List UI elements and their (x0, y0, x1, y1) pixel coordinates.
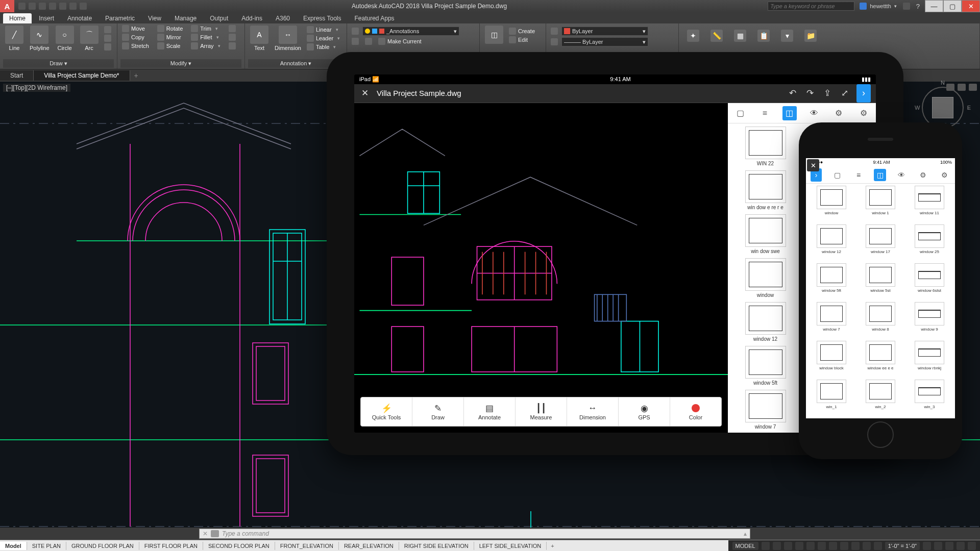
layout-right[interactable]: RIGHT SIDE ELEVATION (399, 542, 474, 550)
edit-block-button[interactable]: Edit (507, 36, 536, 44)
qat-open-icon[interactable] (29, 3, 36, 10)
tab-insert[interactable]: Insert (33, 13, 60, 23)
viewport-label[interactable]: [–][Top][2D Wireframe] (3, 84, 70, 92)
status-lwt-icon[interactable] (840, 542, 848, 550)
ipad-settings-icon[interactable]: ⚙ (856, 106, 871, 120)
panel-modify-label[interactable]: Modify ▾ (120, 59, 241, 68)
doctab-add[interactable]: + (130, 71, 142, 80)
status-model[interactable]: MODEL (732, 542, 758, 550)
clipboard-button[interactable]: 📋 (755, 29, 772, 44)
mirror-button[interactable]: Mirror (156, 33, 184, 41)
command-input[interactable]: ✕ Type a command ▴ (199, 529, 750, 539)
status-custom-icon[interactable] (968, 542, 976, 550)
ipad-color[interactable]: Color (670, 397, 721, 426)
block-item[interactable]: window 5st (857, 263, 904, 300)
status-snap-icon[interactable] (773, 542, 781, 550)
ipad-canvas[interactable]: ⚡Quick Tools ✎Draw ▤Annotate ┃┃Measure ↔… (354, 103, 728, 433)
ipad-layouts-icon[interactable]: ▢ (733, 106, 747, 120)
line-button[interactable]: ╱Line (3, 24, 26, 52)
ipad-gps[interactable]: ◉GPS (619, 397, 670, 426)
trim-button[interactable]: Trim (189, 24, 222, 33)
qat-redo-icon[interactable] (80, 3, 87, 10)
tab-view[interactable]: View (142, 13, 167, 23)
status-ortho-icon[interactable] (784, 542, 792, 550)
layer-prop-button[interactable] (350, 27, 360, 35)
iphone-blocks-icon[interactable]: ◫ (874, 169, 886, 181)
layer-off-button[interactable] (363, 37, 374, 45)
qat-new-icon[interactable] (18, 3, 26, 10)
close-button[interactable]: ✕ (962, 0, 980, 12)
block-item[interactable]: window (808, 186, 855, 222)
block-item[interactable]: window 1 (857, 186, 904, 222)
status-polar-icon[interactable] (795, 542, 803, 550)
status-clean-icon[interactable] (957, 542, 965, 550)
arc-button[interactable]: ⌒Arc (78, 24, 101, 52)
qat-undo-icon[interactable] (69, 3, 77, 10)
stretch-button[interactable]: Stretch (120, 42, 151, 50)
block-item[interactable]: window 12 (731, 302, 800, 342)
ipad-settings2-icon[interactable]: ⚙ (831, 106, 846, 120)
tab-parametric[interactable]: Parametric (99, 13, 141, 23)
array-button[interactable]: Array (189, 42, 222, 50)
block-item[interactable]: window 7 (731, 390, 800, 430)
make-current-button[interactable]: Make Current (377, 37, 423, 45)
maximize-button[interactable]: ▢ (943, 0, 962, 12)
block-item[interactable]: window rbnkj (906, 341, 953, 378)
block-item[interactable]: window ee e e (857, 341, 904, 378)
tab-output[interactable]: Output (204, 13, 234, 23)
vp-min-icon[interactable] (946, 84, 954, 91)
create-block-button[interactable]: Create (507, 27, 536, 35)
panel-draw-label[interactable]: Draw ▾ (3, 59, 114, 68)
cmd-close-icon[interactable]: ✕ (203, 530, 208, 537)
rotate-button[interactable]: Rotate (156, 24, 184, 33)
layout-left[interactable]: LEFT SIDE_ELEVATION (474, 542, 547, 550)
status-gear-icon[interactable] (923, 542, 931, 550)
tab-a360[interactable]: A360 (270, 13, 296, 23)
status-otrack-icon[interactable] (829, 542, 837, 550)
iphone-layers-icon[interactable]: ≡ (852, 169, 865, 181)
layout-ground[interactable]: GROUND FLOOR PLAN (66, 542, 139, 550)
ipad-view-icon[interactable]: 👁 (807, 106, 821, 120)
ipad-measure[interactable]: ┃┃Measure (516, 397, 567, 426)
text-button[interactable]: AText (248, 24, 271, 52)
ipad-expand-icon[interactable]: ⤢ (839, 88, 850, 99)
layout-rear[interactable]: REAR_ELEVATION (339, 542, 399, 550)
status-osnap-icon[interactable] (806, 542, 815, 550)
tab-addins[interactable]: Add-ins (235, 13, 268, 23)
iphone-settings-icon[interactable]: ⚙ (938, 169, 950, 181)
qat-plot-icon[interactable] (59, 3, 66, 10)
ipad-draw[interactable]: ✎Draw (412, 397, 464, 426)
circle-button[interactable]: ○Circle (54, 24, 76, 52)
block-item[interactable]: WIN 22 (731, 127, 800, 166)
ipad-quicktools[interactable]: ⚡Quick Tools (361, 397, 412, 426)
block-item[interactable]: window 11 (906, 186, 953, 222)
status-transparency-icon[interactable] (851, 542, 860, 550)
fillet-button[interactable]: Fillet (189, 33, 222, 41)
group-button[interactable]: ✦ (685, 29, 701, 44)
qat-save-icon[interactable] (39, 3, 46, 10)
status-hw-icon[interactable] (945, 542, 953, 550)
measure-button[interactable]: 📏 (708, 29, 725, 44)
iphone-layouts-icon[interactable]: ▢ (831, 169, 843, 181)
app-logo[interactable]: A (0, 0, 14, 12)
block-item[interactable]: window 6stst (906, 263, 953, 300)
status-grid-icon[interactable] (762, 542, 770, 550)
doctab-file[interactable]: Villa Project Sample Demo* (34, 70, 130, 81)
vp-close-icon[interactable] (969, 84, 977, 91)
status-annoscale-icon[interactable] (874, 542, 882, 550)
leader-button[interactable]: Leader (305, 34, 341, 42)
color-dropdown[interactable]: ByLayer▾ (561, 27, 648, 36)
ipad-undo-icon[interactable]: ↶ (787, 88, 798, 99)
base-button[interactable]: 📁 (802, 29, 819, 44)
block-item[interactable]: win_3 (906, 380, 953, 416)
layout-model[interactable]: Model (0, 542, 27, 550)
status-cycle-icon[interactable] (863, 542, 871, 550)
tab-express[interactable]: Express Tools (297, 13, 347, 23)
ipad-close-icon[interactable]: ✕ (359, 88, 371, 99)
linear-button[interactable]: Linear (305, 26, 341, 34)
move-button[interactable]: Move (120, 24, 151, 33)
qat-saveas-icon[interactable] (49, 3, 56, 10)
insert-block-button[interactable]: ◫ (483, 24, 505, 46)
block-item[interactable]: window 7 (808, 302, 855, 339)
status-iso-icon[interactable] (934, 542, 942, 550)
